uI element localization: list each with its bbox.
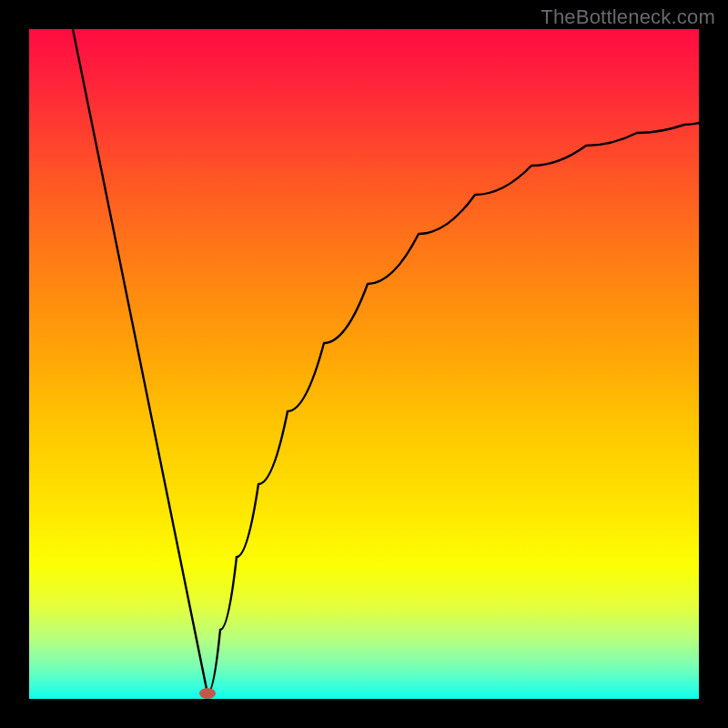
chart-frame: TheBottleneck.com: [0, 0, 728, 728]
bottleneck-curve: [73, 29, 699, 693]
plot-group: [73, 29, 699, 699]
watermark-text: TheBottleneck.com: [541, 5, 715, 29]
min-marker: [199, 688, 216, 699]
chart-svg: [0, 0, 728, 728]
